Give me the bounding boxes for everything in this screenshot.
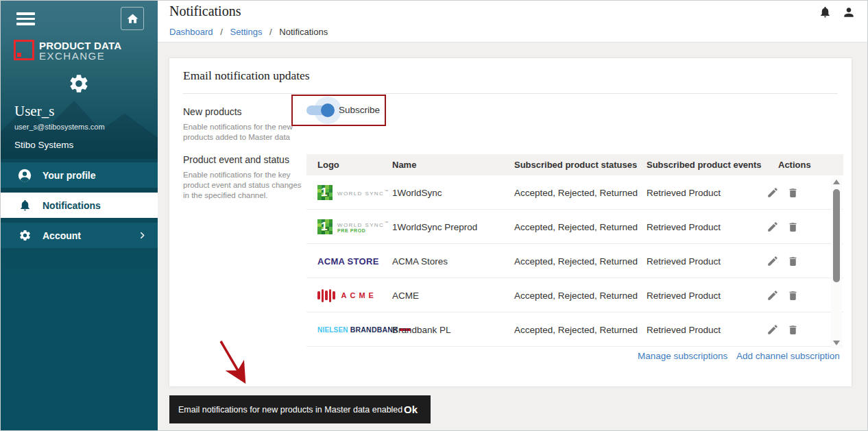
vertical-scrollbar[interactable] [831, 177, 842, 348]
table-row: 1WORLD SYNC™ 1WorldSync Accepted, Reject… [306, 175, 843, 210]
subscribe-toggle[interactable] [293, 96, 341, 125]
sidebar-item-label: Notifications [43, 200, 101, 211]
breadcrumb-dashboard[interactable]: Dashboard [169, 27, 213, 37]
breadcrumb-separator: / [269, 27, 272, 37]
manage-subscriptions-link[interactable]: Manage subscriptions [638, 351, 727, 361]
sidebar-menu: Your profile Notifications Account [0, 162, 158, 253]
subscribed-events: Retrieved Product [647, 312, 721, 347]
hamburger-menu-icon[interactable] [16, 12, 35, 26]
subscribed-events: Retrieved Product [647, 210, 721, 244]
subscribed-statuses: Accepted, Rejected, Returned [514, 210, 638, 244]
page-header: Notifications Dashboard / Settings / Not… [158, 0, 868, 42]
sidebar-item-your-profile[interactable]: Your profile [0, 162, 158, 188]
scroll-thumb[interactable] [833, 189, 840, 282]
brand-logo: PRODUCT DATA EXCHANGE [14, 40, 121, 62]
scroll-down-arrow[interactable] [833, 341, 840, 345]
subscribed-statuses: Accepted, Rejected, Returned [514, 278, 638, 312]
channel-name: ACME [392, 278, 419, 312]
sidebar-item-label: Account [43, 230, 81, 241]
edit-icon[interactable] [767, 186, 779, 199]
divider [183, 93, 838, 94]
breadcrumb-settings[interactable]: Settings [230, 27, 262, 37]
sidebar-item-notifications[interactable]: Notifications [0, 193, 158, 218]
row-actions [767, 244, 799, 278]
table-row: NIELSENBRANDBANK Brandbank PL Accepted, … [306, 312, 843, 347]
brand-line2: EXCHANGE [39, 51, 121, 62]
setting-description: Enable notifications for the new product… [183, 122, 305, 143]
subscribed-statuses: Accepted, Rejected, Returned [514, 312, 638, 347]
sidebar-item-label: Your profile [43, 170, 96, 181]
scroll-up-arrow[interactable] [833, 180, 840, 184]
channel-name: ACMA Stores [392, 244, 448, 278]
settings-card: Email notification updates New products … [169, 58, 852, 386]
setting-new-products: New products Enable notifications for th… [183, 106, 305, 143]
header-user-icon[interactable] [842, 5, 856, 19]
sidebar-item-account[interactable]: Account [0, 223, 158, 248]
page-title: Notifications [169, 3, 241, 19]
delete-icon[interactable] [787, 290, 799, 301]
row-actions [767, 175, 799, 210]
breadcrumb-separator: / [220, 27, 223, 37]
setting-label: New products [183, 106, 305, 117]
channel-logo: 1WORLD SYNC™ [317, 175, 388, 210]
subscribed-statuses: Accepted, Rejected, Returned [514, 244, 638, 278]
edit-icon[interactable] [767, 289, 779, 301]
column-header-logo: Logo [317, 154, 339, 175]
delete-icon[interactable] [787, 187, 799, 199]
sidebar: PRODUCT DATA EXCHANGE User_s user_s@stib… [0, 0, 158, 431]
channel-name: 1WorldSync Preprod [392, 210, 477, 244]
table-row: ACMA STORE ACMA Stores Accepted, Rejecte… [306, 244, 843, 278]
app-window: PRODUCT DATA EXCHANGE User_s user_s@stib… [0, 0, 868, 431]
channel-logo: ACMA STORE [317, 244, 379, 278]
subscribed-events: Retrieved Product [647, 278, 721, 312]
setting-product-event-status: Product event and status Enable notifica… [183, 154, 305, 201]
home-icon [126, 12, 139, 25]
row-actions [767, 210, 799, 244]
user-name: User_s [14, 103, 54, 120]
user-email: user_s@stibosystems.com [14, 123, 105, 131]
edit-icon[interactable] [767, 323, 779, 336]
subscribed-events: Retrieved Product [647, 244, 721, 278]
subscribed-statuses: Accepted, Rejected, Returned [514, 175, 638, 210]
channel-logo: 1WORLD SYNC™PRE PROD [317, 210, 388, 244]
row-actions [767, 312, 799, 347]
delete-icon[interactable] [787, 256, 799, 267]
column-header-actions: Actions [778, 154, 811, 175]
profile-icon [17, 168, 32, 183]
column-header-statuses: Subscribed product statuses [514, 154, 637, 175]
home-button[interactable] [121, 7, 144, 30]
delete-icon[interactable] [787, 324, 799, 336]
table-body: 1WORLD SYNC™ 1WorldSync Accepted, Reject… [306, 175, 843, 347]
row-actions [767, 278, 799, 312]
edit-icon[interactable] [767, 255, 779, 267]
annotation-highlight-box: Subscribe [291, 95, 386, 126]
brand-line1: PRODUCT DATA [39, 40, 121, 51]
column-header-name: Name [392, 154, 416, 175]
toast-notification: Email notifications for new products in … [169, 395, 431, 423]
toast-message: Email notifications for new products in … [178, 405, 402, 415]
bell-icon [17, 198, 32, 213]
subscribe-toggle-label: Subscribe [339, 105, 380, 115]
setting-description: Enable notifications for the key product… [183, 170, 305, 201]
header-bell-icon[interactable] [819, 5, 832, 19]
table-header: Logo Name Subscribed product statuses Su… [306, 154, 843, 175]
channel-logo: ACME [317, 278, 377, 312]
setting-label: Product event and status [183, 154, 305, 165]
breadcrumb: Dashboard / Settings / Notifications [169, 27, 328, 37]
subscribed-events: Retrieved Product [647, 175, 721, 210]
channel-name: 1WorldSync [392, 175, 442, 210]
section-title: Email notification updates [183, 69, 310, 83]
delete-icon[interactable] [787, 221, 799, 233]
toggle-knob [321, 103, 335, 117]
table-row: 1WORLD SYNC™PRE PROD 1WorldSync Preprod … [306, 210, 843, 244]
column-header-events: Subscribed product events [647, 154, 762, 175]
account-gear-icon [17, 228, 32, 243]
breadcrumb-current: Notifications [279, 27, 328, 37]
subscriptions-table: Logo Name Subscribed product statuses Su… [306, 154, 843, 347]
settings-gear-icon[interactable] [68, 73, 90, 95]
chevron-right-icon [138, 231, 147, 240]
table-row: ACME ACME Accepted, Rejected, Returned R… [306, 278, 843, 312]
add-channel-subscription-link[interactable]: Add channel subscription [736, 351, 840, 361]
edit-icon[interactable] [767, 221, 779, 233]
toast-ok-button[interactable]: Ok [404, 404, 418, 415]
